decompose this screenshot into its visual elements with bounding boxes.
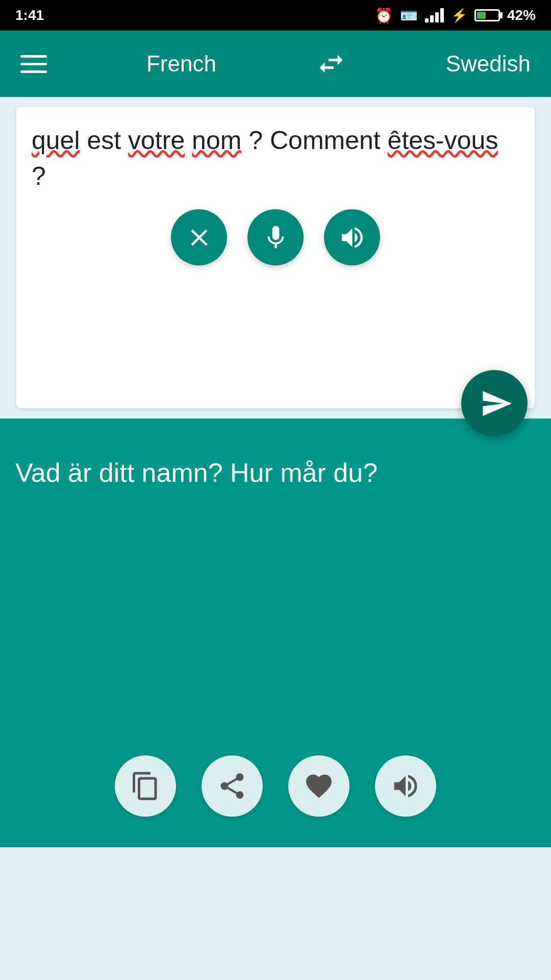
speaker-input-button[interactable] <box>324 209 380 265</box>
target-language[interactable]: Swedish <box>446 51 531 77</box>
clear-button[interactable] <box>171 209 227 265</box>
sim-icon: 🪪 <box>400 7 418 24</box>
battery-icon <box>474 9 500 21</box>
copy-button[interactable] <box>115 755 176 817</box>
battery-percent: 42% <box>507 7 536 23</box>
output-area: Vad är ditt namn? Hur mår du? <box>0 419 551 847</box>
output-text: Vad är ditt namn? Hur mår du? <box>15 454 536 492</box>
input-word-etes-vous: êtes-vous <box>388 126 498 155</box>
menu-button[interactable] <box>20 55 47 73</box>
toolbar: French Swedish <box>0 31 551 97</box>
speaker-output-button[interactable] <box>375 755 436 817</box>
input-word-nom: nom <box>192 126 241 155</box>
alarm-icon: ⏰ <box>375 7 393 24</box>
share-button[interactable] <box>202 755 263 817</box>
input-word-votre: votre <box>128 126 185 155</box>
charging-icon: ⚡ <box>451 8 467 23</box>
input-area[interactable]: quel est votre nom ? Comment êtes-vous ? <box>16 107 535 408</box>
send-button[interactable] <box>461 370 528 436</box>
favorite-button[interactable] <box>288 755 349 817</box>
input-word-quel: quel <box>32 126 80 155</box>
signal-icon <box>425 8 444 22</box>
status-time: 1:41 <box>15 7 44 23</box>
swap-languages-button[interactable] <box>316 48 346 79</box>
input-text: quel est votre nom ? Comment êtes-vous ? <box>32 122 519 194</box>
output-controls <box>0 755 551 817</box>
source-language[interactable]: French <box>146 51 216 77</box>
input-controls <box>32 209 519 271</box>
status-icons: ⏰ 🪪 ⚡ 42% <box>375 7 536 24</box>
microphone-button[interactable] <box>247 209 304 265</box>
status-bar: 1:41 ⏰ 🪪 ⚡ 42% <box>0 0 551 31</box>
